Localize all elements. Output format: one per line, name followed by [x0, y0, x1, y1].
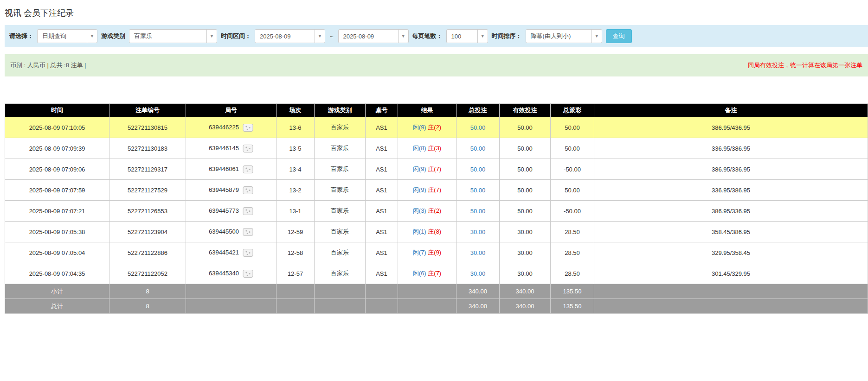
cell-total-bet: 30.00	[457, 242, 500, 263]
chevron-down-icon: ▼	[592, 30, 602, 43]
sort-order-value: 降冪(由大到小)	[526, 30, 576, 43]
total-bet-link[interactable]: 30.00	[470, 270, 486, 277]
game-type-value: 百家乐	[129, 30, 157, 43]
cell-game-type: 百家乐	[315, 180, 366, 201]
column-header: 局号	[186, 104, 276, 117]
total-bet-link[interactable]: 50.00	[470, 208, 486, 215]
column-header: 场次	[276, 104, 315, 117]
summary-empty	[315, 284, 366, 299]
chevron-down-icon: ▼	[315, 30, 325, 43]
cell-bet-id: 522721126553	[109, 201, 186, 222]
video-replay-icon[interactable]	[243, 228, 253, 236]
summary-empty	[594, 284, 868, 299]
video-replay-icon-glyph	[243, 144, 253, 153]
sort-order-label: 时间排序：	[492, 32, 522, 40]
total-bet-link[interactable]: 30.00	[470, 229, 486, 235]
cell-valid-bet: 50.00	[500, 159, 551, 180]
cell-result: 闲(7) 庄(9)	[398, 242, 457, 263]
round-id-text: 639445879	[209, 186, 239, 193]
result-banker: 庄(8)	[428, 228, 441, 235]
cell-total-bet: 50.00	[457, 201, 500, 222]
cell-payout: -50.00	[551, 201, 594, 222]
result-player: 闲(9)	[413, 124, 426, 131]
cell-round-id: 639446145	[186, 138, 276, 159]
result-player: 闲(6)	[413, 270, 426, 277]
video-replay-icon-glyph	[243, 186, 253, 195]
cell-session: 13-4	[276, 159, 315, 180]
result-banker: 庄(7)	[428, 186, 441, 193]
cell-payout: 28.50	[551, 222, 594, 242]
cell-result: 闲(9) 庄(2)	[398, 117, 457, 138]
total-bet-link[interactable]: 30.00	[470, 249, 486, 256]
cell-payout: 28.50	[551, 242, 594, 263]
cell-payout: 50.00	[551, 117, 594, 138]
cell-result: 闲(8) 庄(3)	[398, 138, 457, 159]
currency-summary-text: 币别 : 人民币 | 总共 :8 注单 |	[10, 61, 86, 70]
cell-round-id: 639445340	[186, 263, 276, 284]
total-bet-link[interactable]: 50.00	[470, 166, 486, 173]
cell-game-type: 百家乐	[315, 242, 366, 263]
cell-bet-id: 522721130815	[109, 117, 186, 138]
table-row: 2025-08-09 07:04:35522721122052639445340…	[5, 263, 868, 284]
result-player: 闲(8)	[413, 145, 426, 152]
cell-result: 闲(6) 庄(7)	[398, 263, 457, 284]
filter-bar: 请选择： 日期查询 ▼ 游戏类别 百家乐 ▼ 时间区间： 2025-08-09 …	[5, 25, 868, 47]
table-row: 2025-08-09 07:05:04522721122886639445421…	[5, 242, 868, 263]
cell-valid-bet: 50.00	[500, 117, 551, 138]
round-id-text: 639445340	[209, 269, 239, 276]
video-replay-icon[interactable]	[243, 269, 253, 278]
cell-bet-id: 522721129317	[109, 159, 186, 180]
summary-label: 总计	[5, 299, 109, 314]
query-type-select[interactable]: 日期查询 ▼	[37, 29, 97, 43]
result-player: 闲(1)	[413, 228, 426, 235]
summary-payout: 135.50	[551, 299, 594, 314]
game-type-select[interactable]: 百家乐 ▼	[129, 29, 217, 43]
summary-valid-bet: 340.00	[500, 284, 551, 299]
cell-total-bet: 50.00	[457, 159, 500, 180]
date-to-select[interactable]: 2025-08-09 ▼	[338, 29, 409, 43]
video-replay-icon[interactable]	[243, 248, 253, 257]
cell-valid-bet: 30.00	[500, 242, 551, 263]
date-range-tilde: ~	[329, 33, 334, 40]
summary-empty	[186, 284, 276, 299]
table-row: 2025-08-09 07:09:06522721129317639446061…	[5, 159, 868, 180]
cell-payout: 28.50	[551, 263, 594, 284]
total-bet-link[interactable]: 50.00	[470, 145, 486, 152]
cell-result: 闲(1) 庄(8)	[398, 222, 457, 242]
result-player: 闲(9)	[413, 165, 426, 172]
video-replay-icon[interactable]	[243, 186, 253, 195]
total-bet-link[interactable]: 50.00	[470, 124, 486, 131]
query-type-value: 日期查询	[38, 30, 71, 43]
cell-round-id: 639445500	[186, 222, 276, 242]
cell-note: 336.95/386.95	[594, 138, 868, 159]
summary-row: 小计8340.00340.00135.50	[5, 284, 868, 299]
video-replay-icon-glyph	[243, 248, 253, 257]
cell-payout: 50.00	[551, 180, 594, 201]
video-replay-icon[interactable]	[243, 144, 253, 153]
cell-note: 358.45/386.95	[594, 222, 868, 242]
table-row: 2025-08-09 07:10:05522721130815639446225…	[5, 117, 868, 138]
round-id-text: 639445500	[209, 228, 239, 235]
cell-time: 2025-08-09 07:09:06	[5, 159, 109, 180]
summary-empty	[366, 299, 398, 314]
video-replay-icon[interactable]	[243, 165, 253, 174]
video-replay-icon[interactable]	[243, 123, 253, 132]
search-button[interactable]: 查询	[606, 29, 632, 43]
sort-order-select[interactable]: 降冪(由大到小) ▼	[526, 29, 602, 43]
cell-payout: -50.00	[551, 159, 594, 180]
video-replay-icon[interactable]	[243, 207, 253, 216]
page-size-select[interactable]: 100 ▼	[446, 29, 488, 43]
cell-round-id: 639445421	[186, 242, 276, 263]
total-bet-link[interactable]: 50.00	[470, 187, 486, 194]
cell-table-no: AS1	[366, 263, 398, 284]
cell-bet-id: 522721122052	[109, 263, 186, 284]
result-banker: 庄(7)	[428, 165, 441, 172]
summary-empty	[398, 299, 457, 314]
summary-empty	[186, 299, 276, 314]
cell-table-no: AS1	[366, 222, 398, 242]
column-header: 时间	[5, 104, 109, 117]
cell-table-no: AS1	[366, 242, 398, 263]
date-from-select[interactable]: 2025-08-09 ▼	[255, 29, 325, 43]
result-player: 闲(3)	[413, 207, 426, 214]
page-size-value: 100	[447, 30, 466, 43]
